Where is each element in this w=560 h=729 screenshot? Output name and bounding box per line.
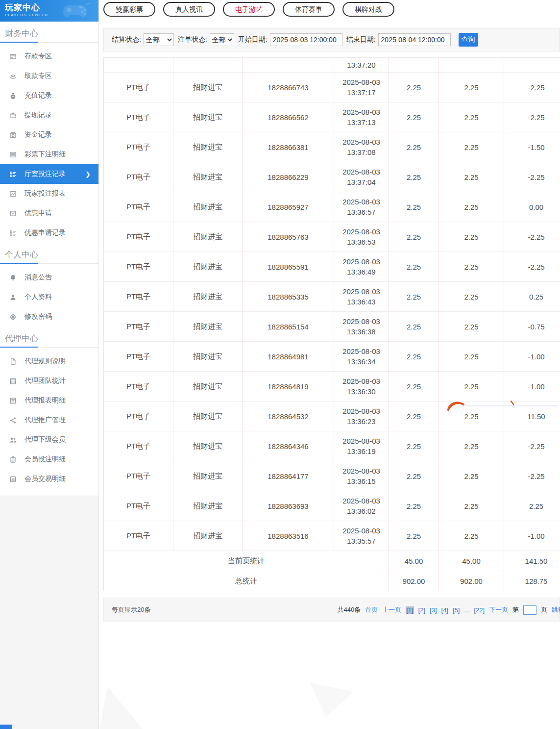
sidebar-item-member-transaction-detail[interactable]: 会员交易明细	[0, 469, 98, 489]
sidebar-item-withdraw[interactable]: 取款专区	[0, 66, 98, 86]
cell-bet-amount: 2.25	[389, 282, 439, 312]
sidebar-item-agent-team-stats[interactable]: 代理团队统计	[0, 371, 98, 391]
sidebar-item-agent-rules[interactable]: 代理规则说明	[0, 352, 98, 371]
cell-order-no: 1828864346	[243, 431, 334, 461]
gear-icon	[9, 313, 17, 321]
cell-profit: 0.25	[504, 282, 560, 312]
cell-datetime: 2025-08-0313:36:23	[334, 402, 389, 431]
grid-list-icon	[9, 170, 17, 178]
page-link-22[interactable]: [22]	[474, 606, 485, 614]
sidebar-item-promo-apply-record[interactable]: 优惠申请记录	[0, 223, 98, 243]
order-status-label: 注单状态:	[178, 35, 207, 44]
sidebar-item-deposit[interactable]: 存款专区	[0, 47, 98, 66]
cell-valid-bet: 2.25	[439, 312, 504, 342]
game-category-tabs: 雙赢彩票 真人视讯 电子游艺 体育赛事 棋牌对战	[103, 2, 560, 17]
cell-datetime: 2025-08-0313:37:08	[334, 132, 389, 162]
tab-lottery[interactable]: 雙赢彩票	[103, 2, 155, 17]
prev-page-link[interactable]: 上一页	[382, 605, 401, 614]
tab-sports[interactable]: 体育赛事	[283, 2, 335, 17]
page-summary-profit: 141.50	[504, 551, 560, 571]
tab-live-casino[interactable]: 真人视讯	[163, 2, 215, 17]
sidebar-item-member-bet-detail[interactable]: 会员投注明细	[0, 450, 98, 469]
report-icon	[9, 397, 17, 404]
sidebar-item-lottery-bet-detail[interactable]: 彩票下注明细	[0, 145, 98, 164]
first-page-link[interactable]: 首页	[365, 605, 378, 614]
next-page-link[interactable]: 下一页	[489, 605, 508, 614]
money-bag-icon	[9, 92, 17, 100]
section-divider	[0, 263, 98, 264]
query-button[interactable]: 查询	[459, 33, 478, 47]
bet-records-table: 13:37:20 PT电子 招财进宝 1828866743 2025-08-03…	[103, 57, 560, 591]
cell-profit: -2.25	[504, 461, 560, 491]
cell-product: PT电子	[104, 431, 173, 461]
order-status-select[interactable]: 全部	[210, 33, 234, 46]
share-icon	[9, 416, 17, 424]
sidebar-item-funds-record[interactable]: 资金记录	[0, 125, 98, 145]
sidebar-item-withdraw-record[interactable]: 提现记录	[0, 105, 98, 125]
table-row: PT电子 招财进宝 1828864177 2025-08-0313:36:15 …	[104, 461, 560, 491]
cell-order-no: 1828865763	[243, 222, 334, 252]
total-summary-row: 总统计 902.00 902.00 128.75	[104, 571, 560, 591]
cell-datetime: 2025-08-0313:36:19	[334, 431, 389, 461]
section-divider	[0, 42, 98, 43]
sidebar-item-hall-bet-record[interactable]: 厅室投注记录 ❯	[0, 164, 98, 184]
cell-datetime: 2025-08-0313:36:30	[334, 372, 389, 402]
cell-order-no: 1828863693	[243, 491, 334, 521]
cell-profit: -2.25	[504, 102, 560, 132]
corner-accent	[0, 725, 12, 729]
sidebar-item-recharge-record[interactable]: 充值记录	[0, 86, 98, 105]
cell-profit: 0.00	[504, 192, 560, 222]
start-date-input[interactable]	[270, 33, 342, 46]
sidebar-item-messages[interactable]: 消息公告	[0, 268, 98, 287]
table-row: PT电子 招财进宝 1828865154 2025-08-0313:36:38 …	[104, 312, 560, 342]
sidebar-menu: 财务中心 存款专区 取款专区 充值记录 提现记录 资金记录 彩票下注明细 厅	[0, 22, 98, 496]
wallet-icon	[9, 111, 17, 119]
page-link-1[interactable]: [1]	[406, 606, 414, 614]
cell-datetime: 13:37:20	[334, 58, 389, 73]
cell-bet-amount: 2.25	[389, 521, 439, 551]
jump-page-input[interactable]	[523, 605, 536, 615]
sidebar-item-agent-report-detail[interactable]: 代理报表明细	[0, 391, 98, 410]
sidebar-item-agent-sub-members[interactable]: 代理下级会员	[0, 430, 98, 450]
cell-order-no: 1828865335	[243, 282, 334, 312]
gamepad-icon	[61, 1, 93, 22]
sidebar-item-player-bet-report[interactable]: 玩家投注报表	[0, 184, 98, 203]
cell-order-no: 1828864532	[243, 402, 334, 431]
tab-electronic-games[interactable]: 电子游艺	[223, 2, 275, 17]
cell-game: 招财进宝	[173, 102, 243, 132]
page-link-2[interactable]: [2]	[418, 606, 425, 614]
cell-order-no: 1828865927	[243, 192, 334, 222]
table-row: PT电子 招财进宝 1828864819 2025-08-0313:36:30 …	[104, 372, 560, 402]
cell-order-no: 1828866562	[243, 102, 334, 132]
filter-bar: 结算状态: 全部 注单状态: 全部 开始日期: 结束日期: 查询	[103, 28, 560, 51]
cell-bet-amount: 2.25	[389, 402, 439, 431]
cell-valid-bet: 2.25	[439, 252, 504, 282]
bell-icon	[9, 274, 17, 281]
end-date-input[interactable]	[378, 33, 451, 46]
page-link-3[interactable]: [3]	[430, 606, 437, 614]
cell-datetime: 2025-08-0313:36:38	[334, 312, 389, 342]
page-link-5[interactable]: [5]	[453, 606, 460, 614]
jump-button[interactable]: 跳转	[552, 605, 560, 614]
sidebar-item-promo-apply[interactable]: 优惠申请	[0, 203, 98, 223]
cell-bet-amount: 2.25	[389, 431, 439, 461]
cell-datetime: 2025-08-0313:36:15	[334, 461, 389, 491]
person-icon	[9, 293, 17, 301]
pagination-bar: 每页显示20条 共440条 首页 上一页 [1] [2] [3] [4] [5]…	[103, 598, 560, 622]
people-icon	[9, 436, 17, 444]
sidebar-item-profile[interactable]: 个人资料	[0, 287, 98, 307]
pagination-controls: 共440条 首页 上一页 [1] [2] [3] [4] [5] ... [22…	[337, 598, 560, 622]
cell-game: 招财进宝	[173, 252, 243, 282]
sidebar-item-agent-promotion[interactable]: 代理推广管理	[0, 410, 98, 430]
cell-valid-bet: 2.25	[439, 102, 504, 132]
grid-list-icon	[9, 229, 17, 237]
cell-datetime: 2025-08-0313:37:04	[334, 162, 389, 192]
table-row: PT电子 招财进宝 1828866381 2025-08-0313:37:08 …	[104, 132, 560, 162]
cell-game: 招财进宝	[173, 402, 243, 431]
sidebar-item-change-password[interactable]: 修改密码	[0, 307, 98, 327]
tab-board-games[interactable]: 棋牌对战	[342, 2, 394, 17]
settle-status-select[interactable]: 全部	[144, 33, 174, 46]
cell-profit: 2.25	[504, 491, 560, 521]
cell-profit: -0.75	[504, 312, 560, 342]
page-link-4[interactable]: [4]	[441, 606, 448, 614]
